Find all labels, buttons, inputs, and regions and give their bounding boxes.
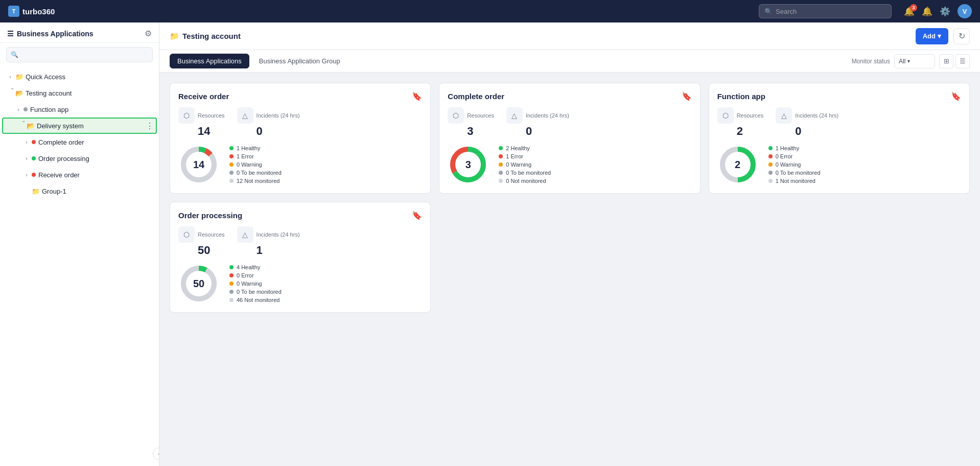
legend-item: 4 Healthy: [229, 264, 282, 270]
content-area: 📁 Testing account Add ▾ ↻ Business Appli…: [159, 22, 980, 466]
card-metrics: ⬡ Resources 2 △ Incidents (24 hrs) 0: [717, 107, 961, 138]
resources-value: 50: [198, 244, 225, 257]
sidebar-item-receive-order[interactable]: › Receive order: [0, 167, 159, 183]
card-metrics: ⬡ Resources 50 △ Incidents (24 hrs) 1: [178, 226, 422, 257]
incidents-metric: △ Incidents (24 hrs) 1: [237, 226, 300, 257]
sidebar-item-complete-order[interactable]: › Complete order: [0, 134, 159, 150]
incidents-icon: △: [506, 107, 523, 124]
nav-icons: 🔔 3 🔔 ⚙️ V: [904, 4, 972, 18]
sidebar-item-label: Quick Access: [26, 73, 159, 81]
folder-icon: 📁: [15, 73, 24, 81]
resources-value: 14: [198, 125, 225, 138]
sidebar-item-group-1[interactable]: 📁 Group-1: [0, 183, 159, 199]
sidebar-item-label: Testing account: [26, 89, 159, 97]
alerts-button[interactable]: 🔔: [922, 6, 932, 17]
resources-metric: ⬡ Resources 50: [178, 226, 225, 257]
legend-item: 0 Not monitored: [499, 178, 551, 184]
incidents-icon: △: [237, 226, 253, 243]
chevron-down-icon: ›: [16, 121, 27, 131]
avatar[interactable]: V: [958, 4, 972, 18]
resources-value: 2: [737, 125, 764, 138]
legend-item: 2 Healthy: [499, 145, 551, 151]
sidebar-item-label: Complete order: [38, 138, 159, 146]
tabs: Business Applications Business Applicati…: [170, 54, 348, 68]
tabs-filter-bar: Business Applications Business Applicati…: [159, 50, 980, 73]
card-metrics: ⬡ Resources 3 △ Incidents (24 hrs) 0: [448, 107, 691, 138]
card-receive-order: Receive order 🔖 ⬡ Resources 14 △: [170, 83, 431, 194]
sidebar-item-function-app[interactable]: › Function app: [0, 101, 159, 118]
breadcrumb: 📁 Testing account: [170, 32, 241, 41]
legend-item: 46 Not monitored: [229, 297, 282, 303]
card-header: Order processing 🔖: [178, 211, 422, 220]
card-complete-order: Complete order 🔖 ⬡ Resources 3 △: [439, 83, 700, 194]
search-icon: 🔍: [764, 8, 773, 15]
legend-item: 1 Healthy: [229, 145, 282, 151]
tab-business-application-group[interactable]: Business Application Group: [251, 54, 348, 68]
incidents-label: Incidents (24 hrs): [795, 112, 838, 119]
sidebar-gear-icon[interactable]: ⚙: [145, 29, 152, 38]
folder-open-icon: 📂: [15, 89, 24, 97]
sidebar-item-testing-account[interactable]: › 📂 Testing account: [0, 85, 159, 101]
resources-label: Resources: [737, 112, 764, 119]
sidebar-item-quick-access[interactable]: › 📁 Quick Access: [0, 68, 159, 85]
page-actions: Add ▾ ↻: [916, 28, 970, 44]
sidebar: ☰ Business Applications ⚙ 🔍 › 📁 Quick Ac…: [0, 22, 159, 466]
incidents-icon: △: [776, 107, 792, 124]
bookmark-icon[interactable]: 🔖: [412, 211, 422, 220]
chevron-icon: ›: [21, 170, 32, 180]
list-view-button[interactable]: ☰: [955, 54, 970, 68]
card-header: Complete order 🔖: [448, 91, 691, 101]
notifications-button[interactable]: 🔔 3: [904, 6, 915, 17]
sidebar-item-order-processing[interactable]: › Order processing: [0, 150, 159, 167]
donut-chart: 50: [178, 263, 219, 304]
chevron-down-icon: ▾: [938, 32, 941, 40]
sidebar-tree: › 📁 Quick Access › 📂 Testing account › F…: [0, 66, 159, 466]
donut-center: 50: [193, 278, 204, 290]
sidebar-item-delivery-system[interactable]: › 📂 Delivery system ⋮: [2, 118, 157, 134]
top-nav: T turbo360 🔍 🔔 3 🔔 ⚙️ V: [0, 0, 980, 22]
search-input[interactable]: [776, 8, 886, 15]
add-button[interactable]: Add ▾: [916, 28, 948, 44]
incidents-label: Incidents (24 hrs): [526, 112, 569, 119]
cards-area: Receive order 🔖 ⬡ Resources 14 △: [159, 73, 980, 466]
folder-icon: 📂: [27, 122, 35, 130]
donut-center: 3: [465, 159, 471, 171]
filter-group: Monitor status All ▾ ⊞ ☰: [852, 54, 970, 68]
resources-icon: ⬡: [448, 107, 464, 124]
bookmark-icon[interactable]: 🔖: [412, 91, 422, 101]
legend-item: 0 To be monitored: [229, 170, 282, 176]
status-dot: [32, 173, 36, 177]
bookmark-icon[interactable]: 🔖: [951, 91, 961, 101]
global-search-bar[interactable]: 🔍: [759, 4, 892, 18]
sidebar-search[interactable]: 🔍: [6, 47, 153, 62]
resources-metric: ⬡ Resources 3: [448, 107, 494, 138]
refresh-button[interactable]: ↻: [953, 28, 970, 44]
legend-item: 12 Not monitored: [229, 178, 282, 184]
monitor-status-select[interactable]: All ▾: [894, 54, 935, 68]
resources-icon: ⬡: [178, 107, 195, 124]
chevron-down-icon: ▾: [907, 58, 910, 64]
resources-label: Resources: [198, 231, 225, 238]
to-be-monitored-dot: [229, 171, 234, 175]
warning-dot: [229, 162, 234, 167]
legend-item: 0 Warning: [768, 161, 821, 168]
incidents-metric: △ Incidents (24 hrs) 0: [776, 107, 838, 138]
card-title: Receive order: [178, 92, 229, 101]
incidents-metric: △ Incidents (24 hrs) 0: [506, 107, 569, 138]
incidents-value: 0: [795, 125, 838, 138]
resources-icon: ⬡: [717, 107, 734, 124]
more-icon[interactable]: ⋮: [144, 120, 156, 132]
sidebar-search-input[interactable]: [21, 51, 148, 58]
settings-button[interactable]: ⚙️: [940, 6, 950, 17]
error-dot: [229, 154, 234, 158]
filter-label: Monitor status: [852, 58, 890, 65]
page-header: 📁 Testing account Add ▾ ↻: [159, 22, 980, 50]
tab-business-applications[interactable]: Business Applications: [170, 54, 249, 68]
card-title: Function app: [717, 92, 765, 101]
grid-view-button[interactable]: ⊞: [939, 54, 953, 68]
bookmark-icon[interactable]: 🔖: [682, 91, 692, 101]
chevron-down-icon: ›: [5, 88, 15, 98]
app-logo[interactable]: T turbo360: [8, 6, 55, 17]
card-metrics: ⬡ Resources 14 △ Incidents (24 hrs) 0: [178, 107, 422, 138]
legend-item: 0 Warning: [499, 161, 551, 168]
